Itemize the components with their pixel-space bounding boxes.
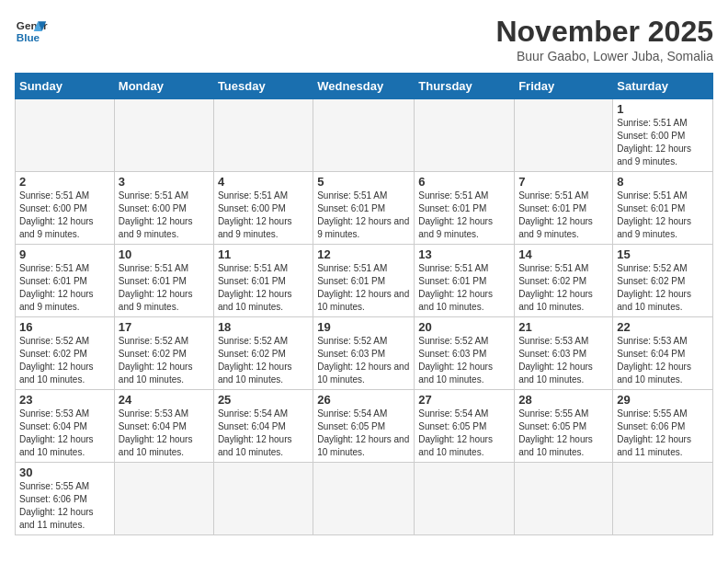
calendar-cell: 26Sunrise: 5:54 AM Sunset: 6:05 PM Dayli… — [313, 390, 415, 463]
day-info: Sunrise: 5:54 AM Sunset: 6:05 PM Dayligh… — [418, 408, 510, 459]
day-info: Sunrise: 5:55 AM Sunset: 6:06 PM Dayligh… — [617, 408, 709, 459]
day-number: 17 — [119, 320, 210, 334]
day-number: 21 — [518, 320, 609, 334]
weekday-header-monday: Monday — [114, 74, 213, 99]
logo-icon: General Blue — [15, 15, 48, 48]
day-number: 27 — [418, 393, 510, 407]
day-info: Sunrise: 5:52 AM Sunset: 6:02 PM Dayligh… — [617, 262, 709, 314]
calendar-cell: 20Sunrise: 5:52 AM Sunset: 6:03 PM Dayli… — [415, 317, 515, 390]
calendar-cell: 30Sunrise: 5:55 AM Sunset: 6:06 PM Dayli… — [16, 463, 115, 535]
day-info: Sunrise: 5:51 AM Sunset: 6:00 PM Dayligh… — [617, 117, 709, 168]
calendar-cell: 25Sunrise: 5:54 AM Sunset: 6:04 PM Dayli… — [213, 390, 313, 463]
calendar-cell: 9Sunrise: 5:51 AM Sunset: 6:01 PM Daylig… — [16, 245, 115, 317]
calendar-cell — [16, 99, 115, 172]
day-number: 24 — [119, 393, 210, 407]
day-number: 10 — [119, 247, 210, 261]
calendar-cell: 7Sunrise: 5:51 AM Sunset: 6:01 PM Daylig… — [515, 172, 613, 245]
day-number: 30 — [19, 465, 110, 479]
page-header: General Blue November 2025 Buur Gaabo, L… — [15, 15, 713, 63]
day-number: 6 — [418, 175, 510, 189]
day-info: Sunrise: 5:53 AM Sunset: 6:04 PM Dayligh… — [119, 408, 210, 459]
day-info: Sunrise: 5:51 AM Sunset: 6:02 PM Dayligh… — [518, 262, 609, 314]
calendar-cell: 24Sunrise: 5:53 AM Sunset: 6:04 PM Dayli… — [114, 390, 213, 463]
day-number: 12 — [317, 247, 410, 261]
calendar-cell: 8Sunrise: 5:51 AM Sunset: 6:01 PM Daylig… — [613, 172, 713, 245]
day-info: Sunrise: 5:52 AM Sunset: 6:02 PM Dayligh… — [218, 335, 309, 386]
day-info: Sunrise: 5:53 AM Sunset: 6:03 PM Dayligh… — [518, 335, 609, 386]
calendar-cell — [313, 99, 415, 172]
calendar-row-4: 23Sunrise: 5:53 AM Sunset: 6:04 PM Dayli… — [16, 390, 713, 463]
weekday-header-sunday: Sunday — [16, 74, 115, 99]
day-info: Sunrise: 5:52 AM Sunset: 6:02 PM Dayligh… — [119, 335, 210, 386]
weekday-header-tuesday: Tuesday — [213, 74, 313, 99]
day-number: 4 — [218, 175, 309, 189]
day-number: 1 — [617, 102, 709, 116]
location: Buur Gaabo, Lower Juba, Somalia — [495, 49, 713, 63]
calendar-row-1: 2Sunrise: 5:51 AM Sunset: 6:00 PM Daylig… — [16, 172, 713, 245]
calendar-cell: 21Sunrise: 5:53 AM Sunset: 6:03 PM Dayli… — [515, 317, 613, 390]
calendar-cell: 29Sunrise: 5:55 AM Sunset: 6:06 PM Dayli… — [613, 390, 713, 463]
day-info: Sunrise: 5:55 AM Sunset: 6:05 PM Dayligh… — [518, 408, 609, 459]
day-info: Sunrise: 5:51 AM Sunset: 6:01 PM Dayligh… — [418, 190, 510, 241]
svg-text:Blue: Blue — [17, 31, 40, 43]
day-number: 13 — [418, 247, 510, 261]
day-info: Sunrise: 5:51 AM Sunset: 6:01 PM Dayligh… — [617, 190, 709, 241]
calendar-cell — [213, 463, 313, 535]
calendar-cell: 6Sunrise: 5:51 AM Sunset: 6:01 PM Daylig… — [415, 172, 515, 245]
day-number: 20 — [418, 320, 510, 334]
calendar-cell: 1Sunrise: 5:51 AM Sunset: 6:00 PM Daylig… — [613, 99, 713, 172]
calendar-cell — [515, 463, 613, 535]
day-info: Sunrise: 5:51 AM Sunset: 6:01 PM Dayligh… — [119, 262, 210, 314]
day-info: Sunrise: 5:51 AM Sunset: 6:01 PM Dayligh… — [317, 190, 410, 241]
calendar-cell: 12Sunrise: 5:51 AM Sunset: 6:01 PM Dayli… — [313, 245, 415, 317]
day-number: 25 — [218, 393, 309, 407]
calendar-cell — [415, 463, 515, 535]
day-info: Sunrise: 5:53 AM Sunset: 6:04 PM Dayligh… — [617, 335, 709, 386]
day-number: 26 — [317, 393, 410, 407]
day-number: 7 — [518, 175, 609, 189]
month-title: November 2025 — [495, 15, 713, 49]
calendar-cell: 15Sunrise: 5:52 AM Sunset: 6:02 PM Dayli… — [613, 245, 713, 317]
calendar-cell — [415, 99, 515, 172]
calendar-cell — [613, 463, 713, 535]
title-block: November 2025 Buur Gaabo, Lower Juba, So… — [495, 15, 713, 63]
weekday-header-thursday: Thursday — [415, 74, 515, 99]
calendar-cell: 14Sunrise: 5:51 AM Sunset: 6:02 PM Dayli… — [515, 245, 613, 317]
day-number: 16 — [19, 320, 110, 334]
day-info: Sunrise: 5:51 AM Sunset: 6:01 PM Dayligh… — [518, 190, 609, 241]
calendar-cell: 19Sunrise: 5:52 AM Sunset: 6:03 PM Dayli… — [313, 317, 415, 390]
calendar-cell — [515, 99, 613, 172]
calendar-cell: 10Sunrise: 5:51 AM Sunset: 6:01 PM Dayli… — [114, 245, 213, 317]
day-info: Sunrise: 5:51 AM Sunset: 6:01 PM Dayligh… — [317, 262, 410, 314]
day-info: Sunrise: 5:52 AM Sunset: 6:02 PM Dayligh… — [19, 335, 110, 386]
calendar-row-3: 16Sunrise: 5:52 AM Sunset: 6:02 PM Dayli… — [16, 317, 713, 390]
day-info: Sunrise: 5:51 AM Sunset: 6:00 PM Dayligh… — [119, 190, 210, 241]
calendar-table: SundayMondayTuesdayWednesdayThursdayFrid… — [15, 73, 713, 535]
calendar-cell: 5Sunrise: 5:51 AM Sunset: 6:01 PM Daylig… — [313, 172, 415, 245]
calendar-row-2: 9Sunrise: 5:51 AM Sunset: 6:01 PM Daylig… — [16, 245, 713, 317]
weekday-header-saturday: Saturday — [613, 74, 713, 99]
day-info: Sunrise: 5:51 AM Sunset: 6:00 PM Dayligh… — [218, 190, 309, 241]
calendar-cell — [114, 463, 213, 535]
day-info: Sunrise: 5:52 AM Sunset: 6:03 PM Dayligh… — [317, 335, 410, 386]
day-info: Sunrise: 5:55 AM Sunset: 6:06 PM Dayligh… — [19, 480, 110, 532]
day-number: 28 — [518, 393, 609, 407]
weekday-header-row: SundayMondayTuesdayWednesdayThursdayFrid… — [16, 74, 713, 99]
calendar-cell: 3Sunrise: 5:51 AM Sunset: 6:00 PM Daylig… — [114, 172, 213, 245]
calendar-row-5: 30Sunrise: 5:55 AM Sunset: 6:06 PM Dayli… — [16, 463, 713, 535]
logo: General Blue — [15, 15, 48, 48]
day-number: 14 — [518, 247, 609, 261]
calendar-cell: 23Sunrise: 5:53 AM Sunset: 6:04 PM Dayli… — [16, 390, 115, 463]
day-number: 19 — [317, 320, 410, 334]
day-number: 11 — [218, 247, 309, 261]
day-number: 8 — [617, 175, 709, 189]
day-info: Sunrise: 5:54 AM Sunset: 6:05 PM Dayligh… — [317, 408, 410, 459]
day-info: Sunrise: 5:51 AM Sunset: 6:01 PM Dayligh… — [418, 262, 510, 314]
calendar-cell: 2Sunrise: 5:51 AM Sunset: 6:00 PM Daylig… — [16, 172, 115, 245]
day-info: Sunrise: 5:51 AM Sunset: 6:01 PM Dayligh… — [19, 262, 110, 314]
calendar-cell — [313, 463, 415, 535]
day-info: Sunrise: 5:53 AM Sunset: 6:04 PM Dayligh… — [19, 408, 110, 459]
calendar-cell: 18Sunrise: 5:52 AM Sunset: 6:02 PM Dayli… — [213, 317, 313, 390]
calendar-cell — [213, 99, 313, 172]
weekday-header-wednesday: Wednesday — [313, 74, 415, 99]
